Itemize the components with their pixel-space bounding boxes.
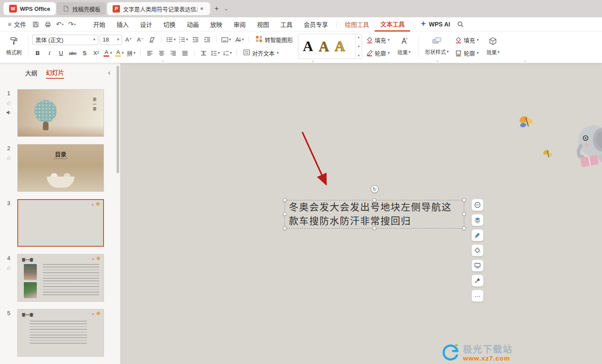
numbered-list-button[interactable]: ▾ [178,35,189,45]
tab-wps-office[interactable]: W WPS Office [3,2,56,15]
wordart-gallery[interactable]: A A A ▴ ▾ ▾ [298,34,362,59]
undo-button[interactable]: ↶ ▾ [55,19,65,29]
text-effect-button[interactable]: 效果 ▾ [394,34,414,58]
scroll-down-icon[interactable]: ▾ [358,45,359,48]
character-shading-button[interactable]: ▾ [220,35,232,45]
tab-current-presentation[interactable]: P 文字是人类用符号记录表达信息以 [107,2,210,15]
slide-thumbnail-3[interactable] [17,199,104,247]
wordart-style-bronze[interactable]: A [319,39,329,54]
selected-textbox[interactable]: 冬奥会发大会发出号地块左侧导航这 款车搜防水防汗非常搜回归 [285,200,464,229]
align-center-button[interactable] [156,48,167,58]
shape-fill-button[interactable]: 填充 ▾ [454,34,480,45]
format-painter-button[interactable]: 格式刷 [3,34,24,58]
new-tab-button[interactable]: + [211,3,222,14]
print-button[interactable] [42,19,53,29]
menu-item-member[interactable]: 会员专享 [298,17,333,32]
align-right-button[interactable] [168,48,178,58]
shape-style-button[interactable]: 形状样式 ▾ [423,34,451,58]
line-spacing-button[interactable]: ▾ [210,48,221,58]
align-left-button[interactable] [145,48,155,58]
slide-thumbnail-4[interactable]: 第一章 [17,254,104,302]
tab-template-doc[interactable]: 找稿壳模板 [57,2,106,15]
slide-thumbnail-1[interactable]: 第一章 [17,89,104,137]
decrease-font-button[interactable]: A⁻ [135,35,146,45]
tab-outline[interactable]: 大纲 [25,68,37,78]
highlight-color-button[interactable]: A ▾ [114,48,125,58]
resize-handle-middle-right[interactable] [462,212,466,216]
menu-item-design[interactable]: 设计 [134,17,158,32]
resize-handle-bottom-left[interactable] [283,226,287,230]
font-size-select[interactable]: 18 ▾ [100,35,122,45]
menu-item-review[interactable]: 审阅 [228,17,251,32]
menu-item-draw-tools[interactable]: 绘图工具 [339,17,375,32]
resize-handle-bottom-middle[interactable] [372,226,376,230]
menu-item-home[interactable]: 开始 [87,17,111,32]
resize-handle-top-middle[interactable] [372,198,376,202]
menu-item-text-tools[interactable]: 文本工具 [375,17,410,32]
shape-outline-button[interactable]: 轮廓 ▾ [454,47,480,58]
group-expand-icon[interactable]: ⌄ [523,58,527,63]
save-button[interactable] [30,19,41,29]
menu-item-tools[interactable]: 工具 [275,17,298,32]
menu-item-slideshow[interactable]: 放映 [204,17,228,32]
text-fill-button[interactable]: 填充 ▾ [365,34,391,45]
superscript-button[interactable]: X² [91,48,101,58]
pen-button[interactable] [472,229,483,241]
decrease-indent-button[interactable] [190,35,201,45]
wps-ai-button[interactable]: WPS AI [416,20,454,28]
collapse-toolbar-button[interactable] [472,199,483,211]
file-menu-button[interactable]: ≡ 文件 [4,17,29,31]
menu-item-animation[interactable]: 动画 [181,17,204,32]
menu-item-insert[interactable]: 插入 [111,17,134,32]
font-color-button[interactable]: A ▾ [103,48,113,58]
wordart-style-plain[interactable]: A [303,39,313,54]
menu-item-transition[interactable]: 切换 [158,17,181,32]
strikethrough-button[interactable]: abc [68,48,78,58]
text-shadow-button[interactable]: S [79,48,90,58]
group-expand-icon[interactable]: ⌄ [161,58,165,63]
font-name-select[interactable]: 黑体 (正文) ▾ [32,35,98,45]
resize-handle-top-right[interactable] [462,198,466,202]
bullet-list-button[interactable]: ▾ [165,35,177,45]
more-button[interactable]: ⋯ [472,290,483,302]
tab-list-button[interactable]: ⌄ [222,3,230,14]
justify-button[interactable] [180,48,190,58]
tab-slides[interactable]: 幻灯片 [46,68,64,79]
text-direction-button[interactable]: ▾ [233,35,245,45]
brush-button[interactable] [472,275,483,287]
slide-canvas[interactable]: ↻ 冬奥会发大会发出号地块左侧导航这 款车搜防水防汗非常搜回归 [120,63,602,364]
resize-handle-top-left[interactable] [283,198,287,202]
increase-indent-button[interactable] [202,35,212,45]
align-text-button[interactable]: 对齐文本 ▾ [241,48,282,59]
rotate-handle[interactable]: ↻ [371,185,379,193]
slide-thumbnail-2[interactable]: 目录 Contents [17,144,104,192]
scroll-up-icon[interactable]: ▴ [358,35,359,39]
wordart-gallery-scroll[interactable]: ▴ ▾ ▾ [355,34,362,58]
group-expand-icon[interactable]: ⌄ [311,58,314,63]
clear-format-button[interactable] [147,35,157,45]
italic-button[interactable]: I [44,48,55,58]
menu-item-view[interactable]: 视图 [251,17,275,32]
bold-button[interactable]: B [32,48,43,58]
sidebar-scrollbar[interactable] [117,66,119,173]
underline-button[interactable]: U [56,48,66,58]
shape-effect-button[interactable]: 效果 ▾ [482,34,503,58]
convert-smart-graphic-button[interactable]: 转智能图形 [253,34,295,45]
collapse-panel-button[interactable]: ‹ [108,68,110,77]
speaker-icon[interactable] [6,110,11,116]
resize-handle-bottom-right[interactable] [462,226,466,230]
search-button[interactable] [455,19,466,29]
wordart-style-gold-outline[interactable]: A [335,39,345,54]
resize-handle-middle-left[interactable] [283,212,287,216]
distribute-text-button[interactable] [198,48,209,58]
paragraph-spacing-button[interactable]: ▾ [222,48,233,58]
redo-button[interactable]: ↷ ▾ [67,19,77,29]
fill-bucket-button[interactable] [472,245,483,256]
text-outline-button[interactable]: 轮廓 ▾ [365,47,391,58]
slide-thumbnail-5[interactable]: 第一章 [17,309,104,357]
pinyin-guide-button[interactable]: 拼 ▾ [126,48,136,58]
layers-button[interactable] [472,214,483,226]
gallery-more-icon[interactable]: ▾ [358,54,359,58]
increase-font-button[interactable]: A⁺ [123,35,134,45]
group-expand-icon[interactable]: ⌄ [436,58,439,63]
